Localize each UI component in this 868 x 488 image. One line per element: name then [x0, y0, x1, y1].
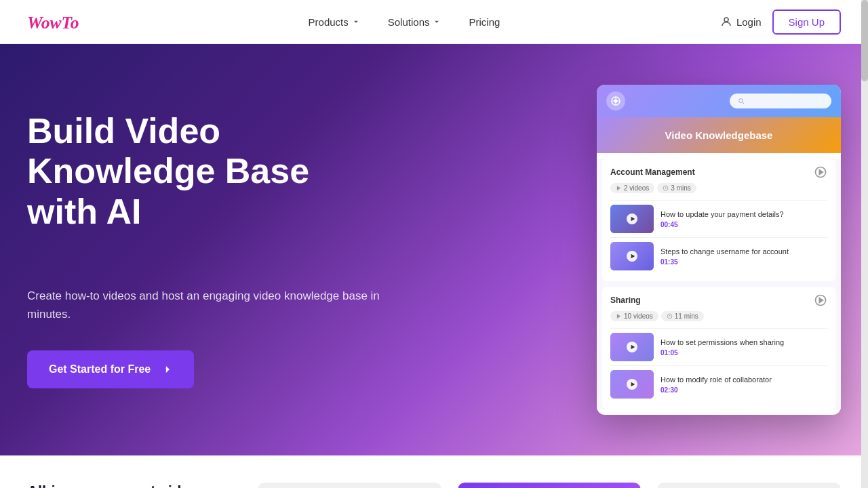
hero-title: Build Video Knowledge Base with AI — [27, 111, 380, 232]
video-time: 01:35 — [660, 258, 789, 266]
widget-video-info: Steps to change username for account 01:… — [660, 247, 789, 265]
widget-search-bar[interactable] — [730, 94, 831, 108]
widget-thumbnail — [610, 370, 654, 399]
search-icon — [738, 97, 745, 105]
signup-button[interactable]: Sign Up — [772, 9, 841, 35]
thumb-play-icon — [627, 379, 637, 390]
widget-section-account: Account Management 2 videos 3 mins — [602, 159, 835, 281]
card-preview-3 — [657, 483, 841, 488]
widget-logo-icon — [606, 92, 625, 110]
grid-icon — [610, 96, 621, 106]
below-left: All-in-one support video platform — [27, 483, 231, 488]
widget-tag-duration: 11 mins — [661, 311, 704, 321]
video-title: How to modify role of collaborator — [660, 375, 772, 384]
scrollbar-thumb[interactable] — [861, 0, 868, 81]
svg-marker-15 — [819, 298, 823, 303]
hero-left: Build Video Knowledge Base with AI Creat… — [27, 111, 380, 389]
svg-marker-10 — [617, 186, 620, 190]
svg-marker-12 — [631, 217, 635, 221]
card-preview-2 — [458, 483, 642, 488]
scrollbar[interactable] — [861, 0, 868, 488]
svg-point-6 — [739, 99, 743, 103]
cta-button[interactable]: Get Started for Free — [27, 350, 194, 388]
widget-tags-account: 2 videos 3 mins — [610, 183, 827, 193]
widget-tag-duration: 3 mins — [657, 183, 696, 193]
below-cards: English — [258, 483, 841, 488]
svg-text:WowTo: WowTo — [27, 13, 79, 33]
nav-products[interactable]: Products — [298, 11, 372, 33]
svg-point-1 — [724, 18, 728, 22]
play-circle-icon[interactable] — [814, 293, 827, 307]
user-icon — [720, 16, 732, 28]
hero-subtitle: Create how-to videos and host an engagin… — [27, 287, 380, 323]
video-title: How to set permissions when sharing — [660, 338, 784, 347]
video-title: Steps to change username for account — [660, 247, 789, 256]
video-time: 00:45 — [660, 221, 784, 228]
widget-video-info: How to update your payment details? 00:4… — [660, 209, 784, 228]
below-title: All-in-one support video platform — [27, 483, 231, 488]
nav-actions: Login Sign Up — [720, 9, 841, 35]
widget-section-header-account: Account Management — [610, 165, 827, 179]
widget-thumbnail — [610, 242, 654, 270]
widget-video-item[interactable]: Steps to change username for account 01:… — [610, 237, 827, 274]
widget-thumbnail — [610, 333, 654, 361]
chevron-down-icon — [351, 17, 361, 26]
video-title: How to update your payment details? — [660, 209, 784, 219]
nav-solutions[interactable]: Solutions — [377, 11, 453, 33]
widget-thumbnail — [610, 205, 654, 233]
widget-section-header-sharing: Sharing — [610, 293, 827, 307]
widget-section-sharing: Sharing 10 videos 11 mins — [602, 287, 835, 409]
navbar: WowTo Products Solutions Pricing Login S… — [0, 0, 868, 44]
widget-video-item[interactable]: How to update your payment details? 00:4… — [610, 200, 827, 237]
widget-banner-title: Video Knowledgebase — [609, 129, 829, 141]
svg-marker-9 — [819, 170, 823, 175]
widget-tag-videos: 10 videos — [610, 311, 658, 321]
arrow-right-icon — [159, 363, 172, 376]
video-time: 01:05 — [660, 349, 784, 357]
logo[interactable]: WowTo — [27, 8, 88, 35]
widget-container: Video Knowledgebase Account Management — [597, 85, 841, 415]
widget-body: Account Management 2 videos 3 mins — [597, 159, 841, 409]
widget-tag-videos: 2 videos — [610, 183, 654, 193]
svg-marker-18 — [631, 345, 635, 349]
hero-widget: Video Knowledgebase Account Management — [597, 85, 841, 415]
widget-section-title-account: Account Management — [610, 167, 695, 177]
widget-video-item[interactable]: How to set permissions when sharing 01:0… — [610, 328, 827, 365]
svg-marker-16 — [617, 314, 620, 319]
widget-video-info: How to set permissions when sharing 01:0… — [660, 338, 784, 356]
nav-links: Products Solutions Pricing — [298, 11, 511, 33]
thumb-play-icon — [627, 214, 637, 224]
widget-section-title-sharing: Sharing — [610, 296, 641, 305]
chevron-down-icon — [432, 17, 441, 26]
widget-search-input[interactable] — [749, 96, 823, 106]
below-card-1: English — [258, 483, 441, 488]
widget-video-item[interactable]: How to modify role of collaborator 02:30 — [610, 365, 827, 403]
svg-marker-19 — [631, 382, 635, 386]
below-card-2 — [458, 483, 642, 488]
card-lang-label: English — [258, 483, 441, 488]
nav-pricing[interactable]: Pricing — [458, 11, 511, 33]
widget-topbar — [597, 85, 841, 117]
widget-banner: Video Knowledgebase — [597, 117, 841, 153]
below-fold-section: All-in-one support video platform Englis… — [0, 455, 868, 488]
login-button[interactable]: Login — [720, 16, 762, 28]
widget-tags-sharing: 10 videos 11 mins — [610, 311, 827, 321]
thumb-play-icon — [627, 251, 637, 262]
svg-marker-13 — [631, 254, 635, 258]
hero-section: Build Video Knowledge Base with AI Creat… — [0, 44, 868, 455]
svg-line-7 — [743, 102, 744, 104]
thumb-play-icon — [627, 342, 637, 352]
video-time: 02:30 — [660, 386, 772, 394]
below-card-3 — [657, 483, 841, 488]
play-circle-icon[interactable] — [814, 165, 827, 179]
widget-video-info: How to modify role of collaborator 02:30 — [660, 375, 772, 393]
